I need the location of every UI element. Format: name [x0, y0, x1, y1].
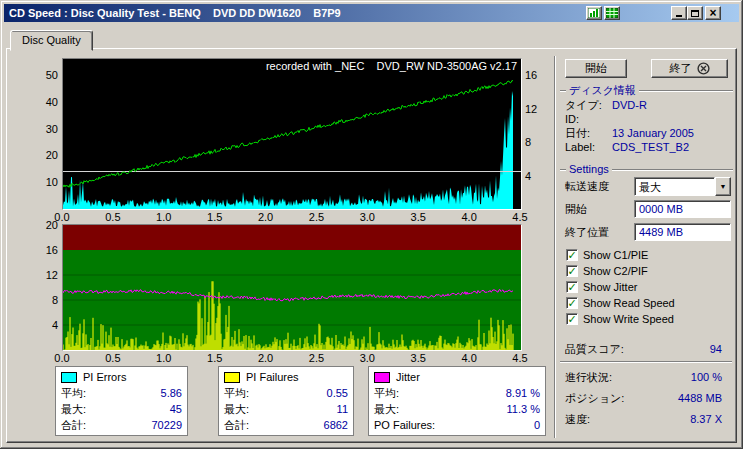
stat-value: 70229 [151, 417, 182, 433]
pi-errors-swatch [61, 372, 77, 383]
pi-failures-box: PI Failures 平均:0.55 最大:11 合計:6862 [218, 366, 354, 436]
transfer-speed-label: 転送速度 [565, 180, 609, 193]
chevron-down-icon[interactable]: ▼ [715, 177, 731, 196]
start-button-label: 開始 [585, 61, 607, 76]
start-position-field[interactable] [634, 200, 731, 218]
check-icon: ✓ [567, 251, 576, 260]
panel-separator [554, 56, 556, 438]
checkbox-show-jitter[interactable]: ✓Show Jitter [566, 280, 637, 294]
bar-chart-icon-button[interactable] [586, 6, 602, 20]
stat-row: 合計:6862 [224, 417, 348, 433]
minimize-button[interactable] [671, 6, 687, 20]
checkbox-box[interactable]: ✓ [566, 265, 578, 277]
settings-header: Settings [560, 163, 733, 175]
checkbox-box[interactable]: ✓ [566, 297, 578, 309]
speed-row: 速度:8.37 X [565, 413, 722, 426]
title-bar[interactable]: CD Speed : Disc Quality Test - BENQ DVD … [4, 4, 739, 22]
pi-failures-swatch [224, 372, 240, 383]
tab-label: Disc Quality [22, 34, 81, 46]
exit-button-label: 終了 [670, 61, 692, 76]
axis-tick-label: 3.5 [411, 352, 426, 364]
checkbox-label: Show Jitter [583, 281, 637, 293]
axis-tick-label: 12 [525, 103, 551, 115]
checkbox-box[interactable]: ✓ [566, 281, 578, 293]
end-position-label: 終了位置 [565, 226, 609, 239]
start-button[interactable]: 開始 [565, 59, 627, 78]
close-button[interactable]: × [705, 6, 721, 20]
tab-disc-quality[interactable]: Disc Quality [10, 30, 93, 51]
pi-errors-box: PI Errors 平均:5.86 最大:45 合計:70229 [55, 366, 188, 436]
pif-jitter-chart [62, 224, 522, 351]
progress-value: 100 % [691, 371, 722, 384]
stat-row: PO Failures:0 [374, 417, 540, 433]
stat-label: 最大: [374, 401, 399, 417]
axis-tick-label: 1.0 [156, 211, 171, 223]
disc-id-label: ID: [565, 113, 612, 126]
stat-row: 平均:0.55 [224, 385, 348, 401]
checkbox-show-read-speed[interactable]: ✓Show Read Speed [566, 296, 675, 310]
stat-label: 最大: [61, 401, 86, 417]
disc-date-label: 日付: [565, 127, 612, 140]
stat-label: 平均: [224, 385, 249, 401]
checkbox-label: Show Read Speed [583, 297, 675, 309]
pie-speed-chart: recorded with _NEC DVD_RW ND-3500AG v2.1… [62, 58, 522, 210]
axis-tick-label: 3.0 [360, 352, 375, 364]
axis-tick-label: 0.5 [105, 211, 120, 223]
stat-value: 8.91 % [506, 385, 540, 401]
stat-label: 平均: [61, 385, 86, 401]
stat-label: 合計: [224, 417, 249, 433]
checkbox-show-c2-pif[interactable]: ✓Show C2/PIF [566, 264, 648, 278]
disc-type-label: タイプ: [565, 99, 612, 112]
app-window: CD Speed : Disc Quality Test - BENQ DVD … [0, 0, 743, 449]
minimize-icon [676, 15, 682, 17]
quality-score-row: 品質スコア: 94 [565, 343, 722, 356]
position-value: 4488 MB [678, 392, 722, 405]
checkbox-label: Show C2/PIF [583, 265, 648, 277]
header-rule [612, 169, 733, 171]
disc-type-row: タイプ:DVD-R [565, 99, 731, 112]
axis-tick-label: 16 [525, 69, 551, 81]
stat-label: 合計: [61, 417, 86, 433]
stat-value: 0 [534, 417, 540, 433]
end-position-field[interactable] [634, 223, 731, 241]
maximize-icon [691, 10, 699, 17]
checkbox-box[interactable]: ✓ [566, 313, 578, 325]
disc-id-row: ID: [565, 113, 731, 126]
stat-row: 最大:11.3 % [374, 401, 540, 417]
disc-label-value: CDS_TEST_B2 [612, 141, 689, 154]
grid-icon-button[interactable] [604, 6, 620, 20]
axis-tick-label: 4.5 [512, 352, 527, 364]
axis-tick-label: 16 [26, 244, 58, 256]
stat-label: 平均: [374, 385, 399, 401]
axis-tick-label: 3.0 [360, 211, 375, 223]
transfer-speed-select[interactable]: 最大 ▼ [634, 177, 731, 196]
axis-tick-label: 0.0 [54, 352, 69, 364]
checkbox-show-c1-pie[interactable]: ✓Show C1/PIE [566, 248, 648, 262]
checkbox-show-write-speed[interactable]: ✓Show Write Speed [566, 312, 674, 326]
axis-tick-label: 20 [26, 149, 58, 161]
disc-info-header: ディスク情報 [560, 83, 733, 98]
start-position-label: 開始 [565, 203, 587, 216]
stat-value: 5.86 [161, 385, 182, 401]
progress-label: 進行状況: [565, 371, 612, 384]
axis-tick-label: 1.5 [207, 211, 222, 223]
stat-row: 合計:70229 [61, 417, 182, 433]
axis-tick-label: 2.5 [309, 211, 324, 223]
position-row: ポジション:4488 MB [565, 392, 722, 405]
pi-failures-title: PI Failures [246, 371, 299, 383]
pi-errors-legend: PI Errors [61, 369, 182, 385]
axis-tick-label: 4.0 [461, 211, 476, 223]
exit-circle-x-icon [697, 62, 710, 75]
check-icon: ✓ [567, 299, 576, 308]
exit-button[interactable]: 終了 [651, 59, 728, 78]
disc-date-row: 日付:13 January 2005 [565, 127, 731, 140]
checkbox-box[interactable]: ✓ [566, 249, 578, 261]
quality-score-value: 94 [710, 343, 722, 356]
axis-tick-label: 8 [525, 136, 551, 148]
axis-tick-label: 1.0 [156, 352, 171, 364]
pif-jitter-plot-area [63, 225, 521, 350]
stat-value: 45 [170, 401, 182, 417]
speed-label: 速度: [565, 413, 590, 426]
maximize-button[interactable] [687, 6, 703, 20]
header-rule [639, 90, 733, 92]
